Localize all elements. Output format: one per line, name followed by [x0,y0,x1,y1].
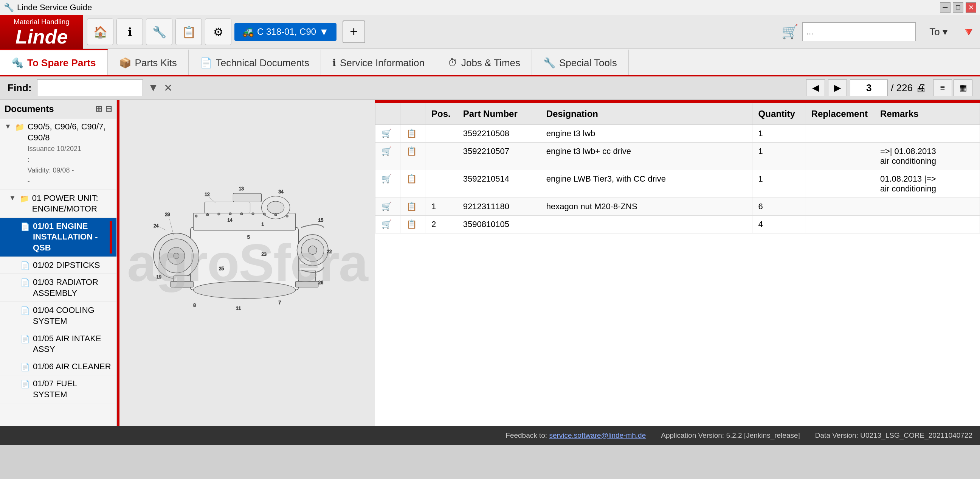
row-cart-icon[interactable]: 🛒 [375,125,400,143]
row-replacement [805,216,874,233]
find-clear-icon[interactable]: ✕ [164,82,172,94]
top-search-area: 🛒 To ▾ 🔻 [781,22,976,41]
documents-button[interactable]: 📋 [175,19,202,45]
page-total: / 226 [891,82,913,94]
brand-subtitle: Material Handling [14,18,70,26]
sidebar-item-label: 01/01 ENGINE INSTALLATION - QSB [33,221,107,254]
tab-parts-kits[interactable]: 📦 Parts Kits [108,49,189,75]
row-part-number: 9212311180 [457,198,540,216]
svg-point-9 [308,246,317,255]
row-doc-icon[interactable]: 📋 [400,143,425,170]
svg-text:29: 29 [165,212,170,217]
view-list-button[interactable]: ≡ [933,80,952,96]
tab-technical-docs[interactable]: 📄 Technical Documents [189,49,321,75]
title-bar-controls: ─ □ ✕ [940,2,976,13]
next-page-button[interactable]: ▶ [828,80,847,96]
tab-spare-parts[interactable]: 🔩 To Spare Parts [0,49,108,75]
svg-point-42 [275,213,277,216]
row-cart-icon[interactable]: 🛒 [375,198,400,216]
tools-button[interactable]: 🔧 [146,19,172,45]
table-row: 🛒 📋 3592210514 engine LWB Tier3, with CC… [375,170,980,198]
row-quantity: 1 [752,125,805,143]
row-designation: engine t3 lwb [540,125,752,143]
table-row: 🛒 📋 3592210508 engine t3 lwb 1 [375,125,980,143]
table-row: 🛒 📋 2 3590810105 4 [375,216,980,233]
settings-button[interactable]: ⚙ [205,19,231,45]
minimize-button[interactable]: ─ [940,2,950,13]
jobs-times-icon: ⏱ [448,57,458,69]
technical-docs-icon: 📄 [200,57,212,69]
svg-text:8: 8 [193,303,196,308]
sidebar-item-01-power[interactable]: ▼ 📁 01 POWER UNIT: ENGINE/MOTOR [0,190,116,218]
svg-text:26: 26 [318,280,324,285]
col-part-number: Part Number [457,103,540,125]
svg-text:7: 7 [278,300,281,305]
expand-all-icon[interactable]: ⊞ [95,104,102,114]
row-designation: engine LWB Tier3, with CC drive [540,170,752,198]
row-doc-icon[interactable]: 📋 [400,216,425,233]
row-cart-icon[interactable]: 🛒 [375,170,400,198]
sidebar-item-0104[interactable]: 📄 01/04 COOLING SYSTEM [0,302,116,330]
row-designation [540,216,752,233]
sidebar-item-0107[interactable]: 📄 01/07 FUEL SYSTEM [0,375,116,403]
find-input[interactable] [37,80,143,96]
find-filter-icon[interactable]: ▼ [148,82,159,94]
current-page-input[interactable] [850,80,888,96]
row-cart-icon[interactable]: 🛒 [375,143,400,170]
sidebar-item-label: 01 POWER UNIT: ENGINE/MOTOR [32,193,112,214]
spare-parts-icon: 🔩 [11,57,24,69]
parts-table-container[interactable]: Pos. Part Number Designation Quantity Re… [375,103,980,426]
document-icon: 📄 [21,306,30,315]
sidebar-item-label: 01/03 RADIATOR ASSEMBLY [33,277,112,299]
tab-jobs-times[interactable]: ⏱ Jobs & Times [436,49,532,75]
engine-diagram: 24 29 12 13 34 15 22 26 19 8 11 7 14 1 5… [119,100,375,426]
parts-section: Pos. Part Number Designation Quantity Re… [375,100,980,426]
row-doc-icon[interactable]: 📋 [400,125,425,143]
svg-text:11: 11 [236,306,241,311]
tab-label: C 318-01, C90 [257,27,316,37]
to-label[interactable]: To ▾ [920,26,957,38]
svg-rect-17 [170,281,193,287]
print-icon[interactable]: 🖨 [916,82,926,94]
home-button[interactable]: 🏠 [87,19,113,45]
view-grid-button[interactable]: ▦ [953,80,972,96]
row-cart-icon[interactable]: 🛒 [375,216,400,233]
add-tab-button[interactable]: + [342,21,365,43]
prev-page-button[interactable]: ◀ [806,80,825,96]
sidebar-item-0102[interactable]: 📄 01/02 DIPSTICKS [0,257,116,274]
sidebar-title: Documents [5,104,54,114]
row-remarks: 01.08.2013 |=>air conditioning [874,170,980,198]
maximize-button[interactable]: □ [953,2,963,13]
close-button[interactable]: ✕ [966,2,976,13]
sidebar-item-0101[interactable]: 📄 01/01 ENGINE INSTALLATION - QSB [0,218,116,257]
svg-rect-0 [191,227,298,290]
row-pos: 2 [425,216,457,233]
sidebar-item-root[interactable]: ▼ 📁 C90/5, C90/6, C90/7, C90/8Issuance 1… [0,118,116,190]
svg-text:13: 13 [239,186,244,192]
main-content: Documents ⊞ ⊟ ▼ 📁 C90/5, C90/6, C90/7, C… [0,100,980,426]
sidebar-item-0106[interactable]: 📄 01/06 AIR CLEANER [0,358,116,376]
cart-icon[interactable]: 🛒 [781,24,799,40]
row-doc-icon[interactable]: 📋 [400,198,425,216]
row-part-number: 3592210514 [457,170,540,198]
document-icon: 📄 [21,334,30,343]
sidebar-item-0103[interactable]: 📄 01/03 RADIATOR ASSEMBLY [0,274,116,302]
tab-special-tools[interactable]: 🔧 Special Tools [532,49,629,75]
row-part-number: 3590810105 [457,216,540,233]
top-search-input[interactable] [802,22,916,41]
row-pos [425,170,457,198]
global-filter-icon[interactable]: 🔻 [961,25,976,39]
feedback-label: Feedback to: service.software@linde-mh.d… [506,431,646,440]
col-actions2 [400,103,425,125]
sidebar-item-0105[interactable]: 📄 01/05 AIR INTAKE ASSY [0,330,116,358]
svg-text:14: 14 [227,217,232,223]
feedback-email[interactable]: service.software@linde-mh.de [549,431,646,439]
svg-point-40 [252,212,254,215]
row-pos [425,125,457,143]
parts-table: Pos. Part Number Designation Quantity Re… [375,103,980,233]
row-doc-icon[interactable]: 📋 [400,170,425,198]
tab-service-info[interactable]: ℹ Service Information [321,49,436,75]
collapse-all-icon[interactable]: ⊟ [105,104,112,114]
active-tab[interactable]: 🚜 C 318-01, C90 ▼ [234,23,337,41]
info-button[interactable]: ℹ [116,19,143,45]
